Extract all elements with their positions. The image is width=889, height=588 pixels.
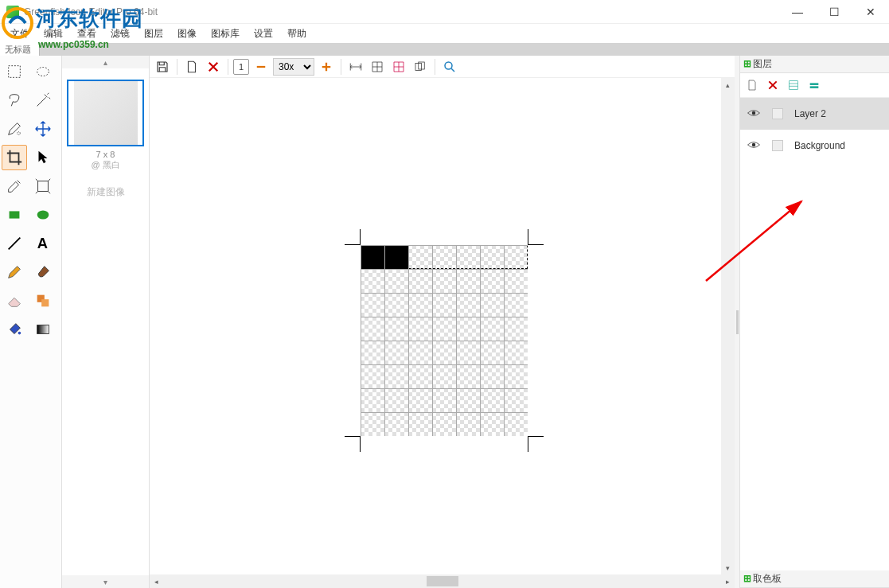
delete-button[interactable] <box>204 57 223 76</box>
tool-pencil-select[interactable] <box>2 116 27 142</box>
tool-brush[interactable] <box>30 259 56 285</box>
canvas-vscrollbar[interactable]: ▴ ▾ <box>721 78 735 574</box>
svg-point-6 <box>37 211 49 220</box>
crop-mark-tr <box>528 229 544 245</box>
tool-move[interactable] <box>30 116 56 142</box>
pages-button[interactable] <box>411 57 430 76</box>
menu-settings[interactable]: 设置 <box>247 25 280 43</box>
menu-image[interactable]: 图像 <box>170 25 204 43</box>
vscroll-up-arrow[interactable]: ▴ <box>721 78 735 92</box>
tool-crop[interactable] <box>2 145 27 170</box>
titlebar: Greenfish Icon Editor Pro 64-bit — ☐ ✕ <box>0 0 889 24</box>
svg-text:A: A <box>37 235 48 251</box>
expand-icon: ⊞ <box>743 573 751 584</box>
tool-text[interactable]: A <box>30 231 56 256</box>
layer-list: Layer 2 Background <box>740 98 889 570</box>
layers-panel-title: 图层 <box>753 58 772 69</box>
document-tab-strip: 无标题 <box>0 43 889 56</box>
svg-rect-4 <box>38 181 49 192</box>
layer-merge-button[interactable] <box>805 76 824 95</box>
zoom-out-button[interactable] <box>251 57 271 76</box>
close-button[interactable]: ✕ <box>852 0 889 24</box>
right-panel-column: ⊞图层 Layer 2 Background <box>739 56 889 588</box>
canvas-area: 1 30x ▴ ▾ ◂ <box>150 56 735 588</box>
layer-properties-button[interactable] <box>784 76 803 95</box>
center-guides-button[interactable] <box>389 57 408 76</box>
menu-view[interactable]: 查看 <box>70 25 103 43</box>
thumbnail-new-label[interactable]: 新建图像 <box>67 185 144 199</box>
svg-point-18 <box>752 111 756 115</box>
thumbnail-mode: @ 黑白 <box>67 159 144 171</box>
hscroll-thumb[interactable] <box>427 576 458 586</box>
menubar: 文件 编辑 查看 滤镜 图层 图像 图标库 设置 帮助 <box>0 24 889 43</box>
thumbnail-frame[interactable] <box>67 80 144 146</box>
svg-rect-16 <box>810 83 819 85</box>
tool-rectangle[interactable] <box>2 202 27 228</box>
canvas-viewport[interactable] <box>150 78 735 574</box>
menu-library[interactable]: 图标库 <box>204 25 247 43</box>
tool-rect-select[interactable] <box>2 59 27 84</box>
tool-bucket[interactable] <box>2 317 27 342</box>
svg-point-19 <box>752 142 756 146</box>
hscroll-left-arrow[interactable]: ◂ <box>150 574 163 588</box>
layer-name: Background <box>794 140 845 151</box>
layer-name: Layer 2 <box>794 108 826 119</box>
layer-thumb <box>772 108 783 119</box>
document-tab[interactable]: 无标题 <box>0 43 40 56</box>
zoom-select[interactable]: 30x <box>273 58 314 76</box>
thumbnail-preview <box>74 81 138 145</box>
layer-row[interactable]: Background <box>740 130 889 162</box>
menu-file[interactable]: 文件 <box>3 25 37 43</box>
svg-point-10 <box>18 332 21 335</box>
menu-layer[interactable]: 图层 <box>137 25 170 43</box>
painted-pixels <box>361 245 408 269</box>
save-button[interactable] <box>153 57 172 76</box>
vscroll-down-arrow[interactable]: ▾ <box>721 561 735 574</box>
tool-gradient[interactable] <box>30 317 56 342</box>
zoom-tool-button[interactable] <box>440 57 459 76</box>
menu-filter[interactable]: 滤镜 <box>103 25 137 43</box>
zoom-in-button[interactable] <box>317 57 336 76</box>
swatch-panel-title: 取色板 <box>753 573 782 584</box>
fit-width-button[interactable] <box>346 57 365 76</box>
thumbs-scroll-up[interactable]: ▴ <box>62 56 149 68</box>
tool-frame[interactable] <box>30 173 56 199</box>
grid-button[interactable] <box>368 57 387 76</box>
svg-point-2 <box>37 68 49 76</box>
document-tab-label: 无标题 <box>5 44 31 56</box>
layers-panel-header[interactable]: ⊞图层 <box>740 56 889 73</box>
layer-new-button[interactable] <box>743 76 762 95</box>
minimize-button[interactable]: — <box>779 0 816 24</box>
tool-line[interactable] <box>2 231 27 256</box>
tool-lasso[interactable] <box>2 88 27 113</box>
menu-edit[interactable]: 编辑 <box>37 25 70 43</box>
canvas-hscrollbar[interactable]: ◂ ▸ <box>150 574 735 588</box>
new-page-button[interactable] <box>182 57 201 76</box>
svg-point-14 <box>445 62 452 69</box>
thumbnail-dimensions: 7 x 8 <box>67 150 144 159</box>
tool-ellipse[interactable] <box>30 202 56 228</box>
thumbs-scroll-down[interactable]: ▾ <box>62 575 149 588</box>
visibility-icon[interactable] <box>747 138 761 154</box>
tool-palette: A <box>0 56 62 588</box>
tool-eyedropper[interactable] <box>2 173 27 199</box>
tool-pencil[interactable] <box>2 259 27 285</box>
layers-toolbar <box>740 73 889 98</box>
maximize-button[interactable]: ☐ <box>816 0 852 24</box>
app-icon <box>6 6 19 18</box>
pixel-canvas[interactable] <box>361 245 528 436</box>
swatch-panel-header[interactable]: ⊞取色板 <box>740 570 889 588</box>
svg-rect-15 <box>790 81 798 90</box>
visibility-icon[interactable] <box>747 106 761 123</box>
menu-help[interactable]: 帮助 <box>280 25 314 43</box>
tool-wand[interactable] <box>30 88 56 113</box>
tool-ellipse-select[interactable] <box>30 59 56 84</box>
svg-point-3 <box>18 132 21 135</box>
tool-eraser[interactable] <box>2 288 27 313</box>
layer-delete-button[interactable] <box>763 76 782 95</box>
frame-index[interactable]: 1 <box>233 59 249 75</box>
layer-row[interactable]: Layer 2 <box>740 98 889 130</box>
hscroll-right-arrow[interactable]: ▸ <box>721 574 735 588</box>
tool-clone[interactable] <box>30 288 56 313</box>
tool-pointer[interactable] <box>30 145 56 170</box>
